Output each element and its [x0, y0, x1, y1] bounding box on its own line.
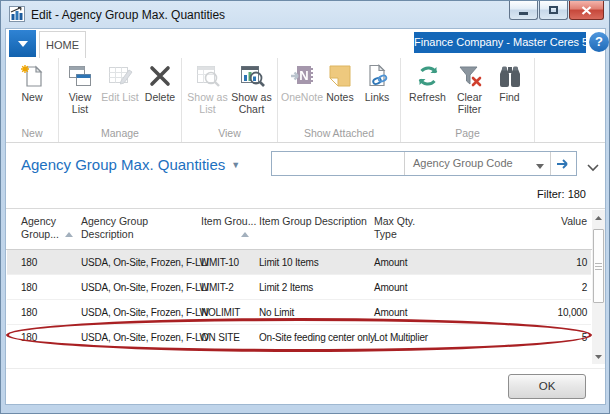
page-title-text: Agency Group Max. Quantities [21, 156, 225, 173]
cell-item-group-description[interactable]: No Limit [259, 300, 374, 325]
show-as-chart-button[interactable]: Show as Chart [230, 60, 274, 126]
cell-max-qty-type[interactable]: Amount [374, 250, 459, 275]
scroll-down-icon [595, 355, 602, 359]
cell-max-qty-type[interactable]: Lot Multiplier [374, 325, 459, 350]
scroll-up-button[interactable] [592, 210, 605, 225]
ribbon-group-view: Show as List Show a [182, 58, 278, 142]
show-as-list-button: Show as List [186, 60, 230, 126]
ribbon-group-show-attached: N OneNote Notes [278, 58, 401, 142]
tab-home[interactable]: HOME [39, 31, 86, 58]
clear-filter-button-label: Clear Filter [450, 92, 490, 116]
refresh-button[interactable]: Refresh [406, 60, 450, 126]
cell-item-group[interactable]: LIMIT-10 [201, 250, 257, 275]
clear-filter-button[interactable]: Clear Filter [450, 60, 490, 126]
company-indicator[interactable]: Finance Company - Master Ceres 50... [414, 32, 586, 53]
notes-button[interactable]: Notes [322, 60, 358, 126]
filter-status: Filter: 180 [456, 188, 586, 200]
maximize-icon [549, 6, 558, 14]
table-row[interactable]: 180 USDA, On-Site, Frozen, F-LW ON SITE … [7, 325, 591, 350]
column-header-value[interactable]: Value [459, 215, 587, 228]
table-row[interactable]: 180 USDA, On-Site, Frozen, F-LW LIMIT-2 … [7, 275, 591, 300]
grid-header: Agency Group... Agency Group Description… [7, 213, 591, 249]
close-icon [581, 6, 592, 15]
cell-agency-group-description[interactable]: USDA, On-Site, Frozen, F-LW [81, 250, 201, 275]
column-header-max-qty-type[interactable]: Max Qty. Type [374, 215, 434, 241]
help-button[interactable]: ? [589, 32, 609, 52]
chevron-down-icon [18, 41, 28, 47]
cell-agency-group[interactable]: 180 [21, 300, 77, 325]
delete-icon [145, 61, 175, 91]
filter-input[interactable] [272, 152, 404, 175]
close-button[interactable] [569, 1, 604, 20]
scroll-down-button[interactable] [592, 349, 605, 364]
links-button-label: Links [365, 92, 390, 104]
cell-agency-group[interactable]: 180 [21, 250, 77, 275]
cell-item-group[interactable]: ON SITE [201, 325, 257, 350]
window-title: Edit - Agency Group Max. Quantities [31, 8, 225, 22]
ok-button[interactable]: OK [508, 374, 586, 399]
cell-agency-group-description[interactable]: USDA, On-Site, Frozen, F-LW [81, 300, 201, 325]
table-row[interactable]: 180 USDA, On-Site, Frozen, F-LW NOLIMIT … [7, 300, 591, 325]
page-title[interactable]: Agency Group Max. Quantities▼ [21, 156, 240, 173]
minimize-icon [519, 12, 528, 15]
filter-field-dropdown-icon[interactable] [530, 155, 550, 173]
cell-agency-group[interactable]: 180 [21, 275, 77, 300]
refresh-icon [413, 61, 443, 91]
ribbon-group-label: New [6, 126, 58, 142]
notes-icon [325, 61, 355, 91]
cell-value[interactable]: 2 [459, 275, 587, 300]
cell-item-group-description[interactable]: On-Site feeding center only [259, 325, 374, 350]
find-button[interactable]: Find [490, 60, 530, 126]
ribbon-group-label: Show Attached [278, 126, 400, 142]
maximize-button[interactable] [539, 1, 568, 20]
onenote-icon: N [287, 61, 317, 91]
edit-list-icon [105, 61, 135, 91]
filter-field-selector[interactable]: Agency Group Code [404, 152, 530, 175]
find-button-label: Find [499, 92, 519, 104]
cell-item-group[interactable]: NOLIMIT [201, 300, 257, 325]
app-window: Edit - Agency Group Max. Quantities HOME… [0, 0, 610, 414]
view-list-icon [65, 61, 95, 91]
collapse-filter-chevron[interactable] [587, 158, 599, 176]
delete-button[interactable]: Delete [140, 60, 180, 126]
view-list-button[interactable]: View List [60, 60, 100, 126]
notes-button-label: Notes [326, 92, 353, 104]
cell-max-qty-type[interactable]: Amount [374, 300, 459, 325]
new-button-label: New [21, 92, 42, 104]
find-icon [495, 61, 525, 91]
cell-agency-group[interactable]: 180 [21, 325, 77, 350]
cell-agency-group-description[interactable]: USDA, On-Site, Frozen, F-LW [81, 275, 201, 300]
column-header-agency-group-description[interactable]: Agency Group Description [81, 215, 201, 241]
svg-text:N: N [299, 68, 308, 83]
cell-item-group-description[interactable]: Limit 2 Items [259, 275, 374, 300]
cell-value[interactable]: 10 [459, 250, 587, 275]
cell-value[interactable]: 10,000 [459, 300, 587, 325]
vertical-scrollbar[interactable] [592, 210, 605, 364]
column-header-item-group-description[interactable]: Item Group Description [259, 215, 374, 228]
cell-max-qty-type[interactable]: Amount [374, 275, 459, 300]
ribbon-group-label: View [182, 126, 277, 142]
edit-list-button-label: Edit List [101, 92, 138, 104]
minimize-button[interactable] [509, 1, 538, 20]
ribbon-group-manage: View List Edit List [59, 58, 182, 142]
titlebar: Edit - Agency Group Max. Quantities [1, 1, 609, 28]
apply-filter-button[interactable] [550, 152, 576, 175]
cell-item-group-description[interactable]: Limit 10 Items [259, 250, 374, 275]
onenote-button: N OneNote [282, 60, 322, 126]
show-as-chart-icon [237, 61, 267, 91]
ribbon-group-new: New New [6, 58, 59, 142]
show-as-list-icon [193, 61, 223, 91]
links-button[interactable]: Links [358, 60, 396, 126]
onenote-button-label: OneNote [281, 92, 323, 104]
cell-item-group[interactable]: LIMIT-2 [201, 275, 257, 300]
new-button[interactable]: New [12, 60, 52, 126]
clear-filter-icon [455, 61, 485, 91]
scrollbar-thumb[interactable] [593, 229, 604, 303]
cell-value[interactable]: 5 [459, 325, 587, 350]
new-document-icon [17, 61, 47, 91]
cell-agency-group-description[interactable]: USDA, On-Site, Frozen, F-LW [81, 325, 201, 350]
table-row[interactable]: 180 USDA, On-Site, Frozen, F-LW LIMIT-10… [7, 250, 591, 275]
application-menu-button[interactable] [9, 30, 36, 57]
page-title-caret-icon: ▼ [231, 160, 240, 170]
ribbon-group-label: Manage [59, 126, 181, 142]
